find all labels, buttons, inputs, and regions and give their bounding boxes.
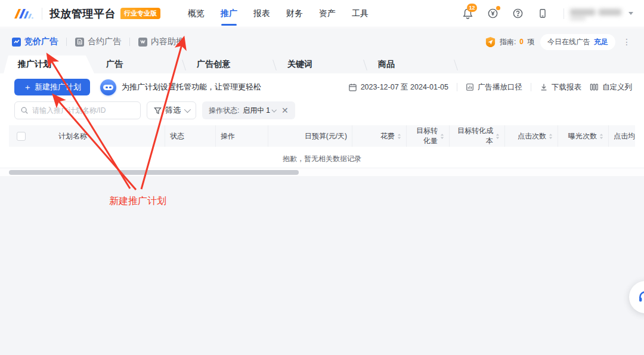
contract-ads-icon — [75, 38, 84, 47]
more-options-icon[interactable]: ⋮ — [621, 37, 632, 47]
filter-button[interactable]: 筛选 — [147, 101, 196, 119]
col-label: 目标转化成本 — [454, 126, 493, 146]
page-background — [0, 176, 644, 355]
notification-count-badge: 12 — [467, 4, 477, 12]
col-operation: 操作 — [216, 125, 268, 147]
nav-promotion[interactable]: 推广 — [221, 1, 237, 27]
user-name-blurred — [569, 7, 624, 20]
col-status: 状态 — [165, 125, 216, 147]
adtype-bidding[interactable]: 竞价广告 — [12, 36, 58, 47]
top-header: 投放管理平台 行业专业版 概览 推广 报表 财务 资产 工具 12 — [0, 0, 644, 27]
version-badge: 行业专业版 — [120, 8, 160, 19]
guide-shield-icon — [485, 36, 496, 48]
calendar-icon — [348, 83, 357, 92]
hosting-tip-text: 为推广计划设置托管功能，让管理更轻松 — [122, 82, 261, 92]
download-report-label: 下载报表 — [552, 82, 581, 92]
app-title: 投放管理平台 — [49, 7, 116, 21]
toolbar-divider — [531, 83, 531, 91]
filter-row: 筛选 操作状态: 启用中 1 ✕ — [14, 101, 630, 119]
funnel-icon — [154, 107, 162, 115]
online-ads-status[interactable]: 今日在线广告 充足 — [540, 34, 615, 50]
chevron-down-icon[interactable] — [628, 12, 633, 15]
sort-icon[interactable] — [599, 133, 603, 140]
select-all-checkbox[interactable] — [17, 132, 26, 141]
columns-icon — [590, 83, 599, 91]
user-divider — [564, 8, 564, 19]
entity-tab-row: 推广计划 广告 广告创意 关键词 商品 — [0, 55, 644, 73]
col-daily-budget: 日预算(元/天) — [268, 125, 352, 147]
nav-tools[interactable]: 工具 — [352, 1, 369, 27]
tab-creative[interactable]: 广告创意 — [185, 55, 275, 73]
tab-ad[interactable]: 广告 — [94, 55, 185, 73]
nav-overview[interactable]: 概览 — [188, 1, 205, 27]
platform-logo-icon — [11, 6, 35, 21]
chevron-down-icon — [184, 106, 191, 113]
user-account[interactable] — [564, 7, 633, 20]
playback-caliber-label: 广告播放口径 — [478, 82, 522, 92]
tab-keyword-label: 关键词 — [287, 59, 312, 70]
sort-icon[interactable] — [440, 133, 444, 140]
tab-product[interactable]: 商品 — [366, 55, 457, 73]
header-right-group: 12 — [461, 7, 633, 20]
ad-type-bar: 竞价广告 合约广告 内容助推 指南:0项 今日在线广告 充足 — [0, 28, 644, 55]
col-impressions[interactable]: 曝光次数 — [558, 125, 609, 147]
campaign-panel: ＋ 新建推广计划 为推广计划设置托管功能，让管理更轻松 2023-12-07 至… — [0, 73, 644, 168]
guide-count: 0 — [519, 38, 524, 46]
adtype-contract[interactable]: 合约广告 — [75, 36, 121, 47]
notification-bell-icon[interactable]: 12 — [461, 7, 474, 20]
toolbar: ＋ 新建推广计划 为推广计划设置托管功能，让管理更轻松 2023-12-07 至… — [14, 79, 632, 95]
content-boost-icon — [138, 38, 147, 47]
chip-value-dropdown[interactable]: 启用中 1 — [243, 106, 275, 116]
campaign-search — [14, 101, 141, 119]
tab-product-label: 商品 — [378, 59, 395, 70]
col-clicks[interactable]: 点击次数 — [505, 125, 558, 147]
sub-divider — [66, 38, 67, 46]
nav-assets[interactable]: 资产 — [319, 1, 336, 27]
mobile-app-icon[interactable] — [536, 7, 549, 20]
guide-label: 指南: — [500, 37, 516, 47]
nav-finance[interactable]: 财务 — [286, 1, 303, 27]
annotation-label: 新建推广计划 — [109, 195, 166, 208]
col-label: 状态 — [170, 131, 184, 141]
download-report-button[interactable]: 下载报表 — [540, 82, 581, 92]
tab-campaign[interactable]: 推广计划 — [4, 55, 94, 73]
robot-assistant-icon[interactable] — [100, 79, 116, 95]
adtype-boost[interactable]: 内容助推 — [138, 36, 184, 47]
playback-caliber-button[interactable]: 广告播放口径 — [466, 82, 522, 92]
sort-icon[interactable] — [549, 133, 553, 140]
date-range-picker[interactable]: 2023-12-07 至 2024-01-05 — [348, 82, 448, 92]
custom-columns-button[interactable]: 自定义列 — [590, 82, 632, 92]
adtype-bidding-label: 竞价广告 — [24, 36, 58, 47]
status-filter-chip: 操作状态: 启用中 1 ✕ — [202, 101, 295, 119]
col-target-conversions[interactable]: 目标转化量 — [407, 125, 450, 147]
sort-icon[interactable] — [397, 133, 401, 140]
online-ads-label: 今日在线广告 — [547, 37, 590, 47]
col-label: 点击次数 — [518, 131, 546, 141]
header-divider — [42, 8, 42, 20]
col-label: 点击均价 — [614, 131, 635, 141]
adtype-boost-label: 内容助推 — [151, 36, 184, 47]
new-campaign-button[interactable]: ＋ 新建推广计划 — [14, 79, 90, 95]
close-icon[interactable]: ✕ — [281, 106, 289, 115]
toolbar-divider — [457, 83, 457, 91]
col-label: 目标转化量 — [411, 126, 438, 146]
search-input[interactable] — [32, 106, 135, 115]
col-label: 操作 — [221, 131, 235, 141]
sort-icon[interactable] — [496, 133, 500, 140]
balance-icon[interactable] — [486, 7, 499, 20]
nav-reports[interactable]: 报表 — [253, 1, 270, 27]
tab-keyword[interactable]: 关键词 — [275, 55, 366, 73]
help-icon[interactable] — [511, 7, 524, 20]
col-target-conversion-cost[interactable]: 目标转化成本 — [450, 125, 505, 147]
sub-bar-right: 指南:0项 今日在线广告 充足 ⋮ — [485, 34, 632, 50]
col-campaign-name: 计划名称 — [33, 125, 165, 147]
col-cost[interactable]: 花费 — [352, 125, 407, 147]
filter-button-label: 筛选 — [165, 105, 181, 116]
custom-columns-label: 自定义列 — [602, 82, 632, 92]
headset-icon — [637, 289, 644, 305]
chip-count: 1 — [266, 106, 270, 115]
table-header: 计划名称 状态 操作 日预算(元/天) 花费 目标转化量 目标转化成本 点击次数… — [9, 125, 635, 147]
guide-entry[interactable]: 指南:0项 — [485, 36, 534, 48]
col-avg-click-price[interactable]: 点击均价 — [609, 125, 635, 147]
scrollbar-thumb[interactable] — [9, 170, 299, 175]
